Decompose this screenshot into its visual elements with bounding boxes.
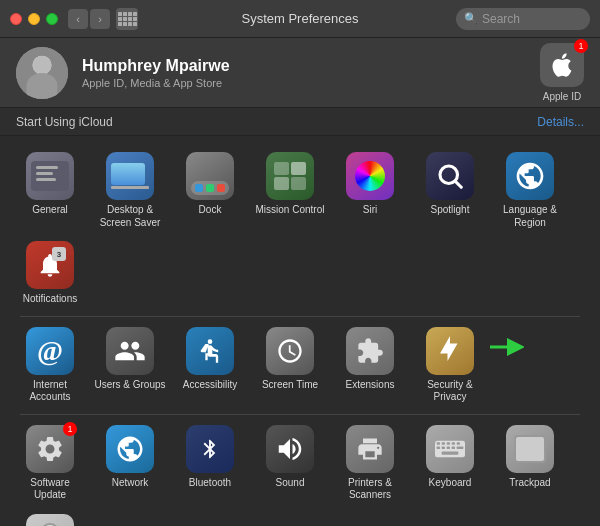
svg-rect-7	[447, 442, 450, 445]
divider-0	[20, 316, 580, 317]
icon-label-spotlight: Spotlight	[431, 204, 470, 217]
icon-keyboard	[426, 425, 474, 473]
icloud-details-button[interactable]: Details...	[537, 115, 584, 129]
svg-rect-12	[447, 446, 450, 449]
icon-dock	[186, 152, 234, 200]
icloud-banner: Start Using iCloud Details...	[0, 108, 600, 136]
icon-item-accessibility[interactable]: Accessibility	[170, 321, 250, 410]
icon-item-general[interactable]: General	[10, 146, 90, 235]
icon-item-mission[interactable]: Mission Control	[250, 146, 330, 235]
window-title: System Preferences	[241, 11, 358, 26]
svg-rect-8	[452, 442, 455, 445]
profile-subtitle: Apple ID, Media & App Store	[82, 77, 526, 89]
maximize-button[interactable]	[46, 13, 58, 25]
icon-label-trackpad: Trackpad	[509, 477, 550, 490]
icon-label-accessibility: Accessibility	[183, 379, 237, 392]
svg-point-2	[208, 339, 213, 344]
icon-label-keyboard: Keyboard	[429, 477, 472, 490]
icon-label-users: Users & Groups	[94, 379, 165, 392]
icon-item-software[interactable]: 1Software Update	[10, 419, 90, 508]
security-arrow	[488, 337, 524, 357]
icon-item-desktop[interactable]: Desktop & Screen Saver	[90, 146, 170, 235]
icon-item-siri[interactable]: Siri	[330, 146, 410, 235]
icon-siri	[346, 152, 394, 200]
icon-item-trackpad[interactable]: Trackpad	[490, 419, 570, 508]
icon-item-keyboard[interactable]: Keyboard	[410, 419, 490, 508]
search-icon: 🔍	[464, 12, 478, 25]
icon-users	[106, 327, 154, 375]
svg-rect-10	[437, 446, 440, 449]
divider-1	[20, 414, 580, 415]
icon-label-software: Software Update	[14, 477, 86, 502]
icon-label-security: Security & Privacy	[414, 379, 486, 404]
profile-name: Humphrey Mpairwe	[82, 57, 526, 75]
icon-label-extensions: Extensions	[346, 379, 395, 392]
apple-id-badge: 1	[574, 39, 588, 53]
icon-bluetooth	[186, 425, 234, 473]
icon-item-screentime[interactable]: Screen Time	[250, 321, 330, 410]
icon-row-2: 1Software Update Network Bluetooth Sound…	[10, 419, 590, 527]
badge-software: 1	[63, 422, 77, 436]
icon-row-0: General Desktop & Screen Saver Dock Miss…	[10, 146, 590, 312]
search-box[interactable]: 🔍	[456, 8, 590, 30]
icon-extensions	[346, 327, 394, 375]
icloud-text: Start Using iCloud	[16, 115, 537, 129]
icon-label-language: Language & Region	[494, 204, 566, 229]
icon-label-printers: Printers & Scanners	[334, 477, 406, 502]
grid-view-button[interactable]	[116, 8, 138, 30]
avatar	[16, 47, 68, 99]
profile-info: Humphrey Mpairwe Apple ID, Media & App S…	[82, 57, 526, 89]
icon-item-sound[interactable]: Sound	[250, 419, 330, 508]
icon-item-notifications[interactable]: 3 Notifications	[10, 235, 90, 312]
icon-label-internet: Internet Accounts	[14, 379, 86, 404]
icon-item-users[interactable]: Users & Groups	[90, 321, 170, 410]
title-bar: ‹ › System Preferences 🔍	[0, 0, 600, 38]
icon-mouse	[26, 514, 74, 527]
icon-software: 1	[26, 425, 74, 473]
icon-item-printers[interactable]: Printers & Scanners	[330, 419, 410, 508]
icon-label-network: Network	[112, 477, 149, 490]
icon-label-mission: Mission Control	[256, 204, 325, 217]
grid-icon	[118, 12, 137, 26]
apple-id-button[interactable]: 1 Apple ID	[540, 43, 584, 102]
svg-rect-15	[442, 451, 459, 454]
nav-buttons: ‹ ›	[68, 9, 110, 29]
icon-sound	[266, 425, 314, 473]
icon-item-dock[interactable]: Dock	[170, 146, 250, 235]
icon-network	[106, 425, 154, 473]
icon-item-extensions[interactable]: Extensions	[330, 321, 410, 410]
back-button[interactable]: ‹	[68, 9, 88, 29]
icon-language	[506, 152, 554, 200]
icon-item-mouse[interactable]: Mouse	[10, 508, 90, 527]
svg-rect-14	[457, 446, 464, 449]
icon-item-language[interactable]: Language & Region	[490, 146, 570, 235]
search-input[interactable]	[482, 12, 582, 26]
icon-item-internet[interactable]: @ Internet Accounts	[10, 321, 90, 410]
icon-trackpad	[506, 425, 554, 473]
icon-desktop	[106, 152, 154, 200]
icon-label-siri: Siri	[363, 204, 377, 217]
icon-item-bluetooth[interactable]: Bluetooth	[170, 419, 250, 508]
forward-button[interactable]: ›	[90, 9, 110, 29]
icon-internet: @	[26, 327, 74, 375]
icon-label-desktop: Desktop & Screen Saver	[94, 204, 166, 229]
icon-mission	[266, 152, 314, 200]
icon-label-dock: Dock	[199, 204, 222, 217]
icon-spotlight	[426, 152, 474, 200]
icon-label-notifications: Notifications	[23, 293, 77, 306]
icon-screentime	[266, 327, 314, 375]
apple-id-label: Apple ID	[543, 91, 581, 102]
icon-label-screentime: Screen Time	[262, 379, 318, 392]
icon-item-security[interactable]: Security & Privacy	[410, 321, 490, 410]
icon-label-general: General	[32, 204, 68, 217]
svg-rect-5	[437, 442, 440, 445]
svg-line-1	[456, 182, 462, 188]
profile-bar: Humphrey Mpairwe Apple ID, Media & App S…	[0, 38, 600, 108]
icon-item-network[interactable]: Network	[90, 419, 170, 508]
icon-notifications: 3	[26, 241, 74, 289]
apple-id-icon: 1	[540, 43, 584, 87]
minimize-button[interactable]	[28, 13, 40, 25]
icon-row-1: @ Internet Accounts Users & Groups Acces…	[10, 321, 590, 410]
close-button[interactable]	[10, 13, 22, 25]
icon-item-spotlight[interactable]: Spotlight	[410, 146, 490, 235]
